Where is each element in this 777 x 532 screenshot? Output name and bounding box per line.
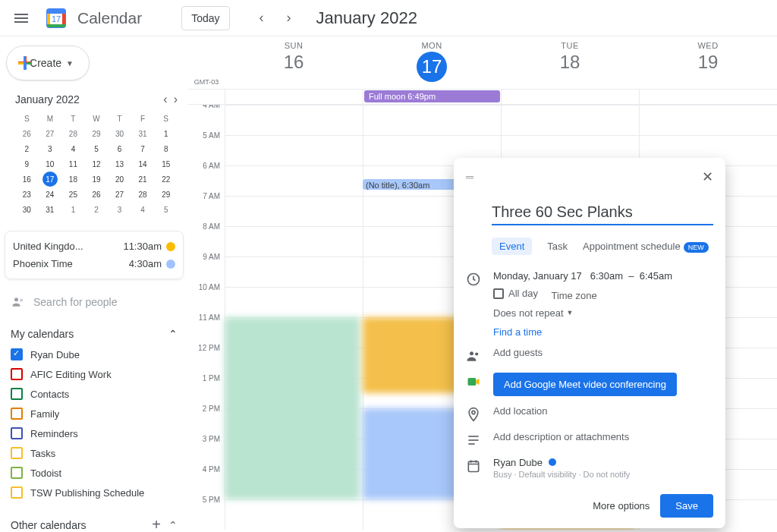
mini-day-cell[interactable]: 30 bbox=[108, 126, 131, 141]
calendar-checkbox[interactable] bbox=[11, 427, 23, 439]
calendar-checkbox[interactable] bbox=[11, 486, 23, 499]
day-column-header[interactable]: WED19 bbox=[639, 36, 777, 89]
mini-day-cell[interactable]: 4 bbox=[131, 202, 155, 217]
repeat-dropdown[interactable]: Does not repeat ▼ bbox=[493, 307, 713, 319]
add-guests-field[interactable]: Add guests bbox=[493, 347, 713, 358]
event-title-input[interactable] bbox=[492, 200, 713, 225]
mini-day-cell[interactable]: 29 bbox=[154, 187, 178, 202]
mini-day-cell[interactable]: 1 bbox=[154, 126, 178, 141]
mini-day-header: S bbox=[154, 111, 178, 126]
mini-prev-button[interactable]: ‹ bbox=[163, 93, 167, 106]
tab-event[interactable]: Event bbox=[492, 238, 532, 255]
mini-day-cell[interactable]: 23 bbox=[15, 187, 39, 202]
organizer-info[interactable]: Ryan Dube Busy · Default visibility · Do… bbox=[493, 457, 713, 479]
mini-next-button[interactable]: › bbox=[174, 93, 178, 106]
calendar-list-item[interactable]: Tasks bbox=[11, 443, 178, 463]
mini-day-cell[interactable]: 6 bbox=[108, 141, 131, 156]
calendar-list-item[interactable]: Contacts bbox=[11, 384, 178, 404]
other-calendars-row[interactable]: Other calendars + ⌃ bbox=[0, 508, 188, 532]
mini-day-cell[interactable]: 19 bbox=[85, 172, 109, 187]
calendar-list-item[interactable]: AFIC Editing Work bbox=[11, 364, 178, 384]
mini-day-cell[interactable]: 4 bbox=[61, 141, 85, 156]
calendar-checkbox[interactable] bbox=[11, 447, 23, 459]
mini-day-cell[interactable]: 29 bbox=[85, 126, 109, 141]
add-location-field[interactable]: Add location bbox=[493, 405, 713, 417]
close-button[interactable]: ✕ bbox=[697, 165, 718, 188]
mini-day-cell[interactable]: 8 bbox=[154, 141, 178, 156]
add-meet-button[interactable]: Add Google Meet video conferencing bbox=[493, 373, 677, 396]
calendar-event[interactable] bbox=[225, 317, 360, 499]
calendar-list-item[interactable]: Family bbox=[11, 404, 178, 423]
mini-day-cell[interactable]: 3 bbox=[108, 202, 131, 217]
add-description-field[interactable]: Add description or attachments bbox=[493, 431, 713, 442]
save-button[interactable]: Save bbox=[660, 494, 713, 518]
mini-day-cell[interactable]: 3 bbox=[39, 141, 62, 156]
mini-day-cell[interactable]: 14 bbox=[131, 156, 155, 172]
mini-day-cell[interactable]: 21 bbox=[131, 172, 155, 187]
calendar-checkbox[interactable] bbox=[11, 348, 23, 360]
mini-day-cell[interactable]: 28 bbox=[131, 187, 155, 202]
find-time-link[interactable]: Find a time bbox=[493, 326, 713, 338]
mini-day-cell[interactable]: 16 bbox=[15, 172, 39, 187]
mini-day-cell[interactable]: 30 bbox=[15, 202, 39, 217]
today-button[interactable]: Today bbox=[181, 6, 229, 30]
calendar-checkbox[interactable] bbox=[11, 467, 23, 479]
drag-handle-icon[interactable]: ═ bbox=[466, 171, 475, 183]
calendar-list-item[interactable]: Todoist bbox=[11, 463, 178, 483]
day-column-header[interactable]: MON17 bbox=[363, 36, 501, 89]
mini-day-cell[interactable]: 27 bbox=[108, 187, 131, 202]
calendar-list-item[interactable]: TSW Publishing Schedule bbox=[11, 483, 178, 502]
mini-day-cell[interactable]: 25 bbox=[61, 187, 85, 202]
chevron-up-icon[interactable]: ⌃ bbox=[168, 519, 178, 531]
mini-day-cell[interactable]: 26 bbox=[85, 187, 109, 202]
mini-day-cell[interactable]: 22 bbox=[154, 172, 178, 187]
mini-day-cell[interactable]: 12 bbox=[85, 156, 109, 172]
allday-event[interactable]: Full moon 6:49pm bbox=[364, 90, 500, 102]
mini-day-cell[interactable]: 27 bbox=[39, 126, 62, 141]
calendar-checkbox[interactable] bbox=[11, 368, 23, 380]
hour-label: 4 PM bbox=[203, 465, 220, 474]
calendar-checkbox[interactable] bbox=[11, 408, 23, 420]
search-people[interactable]: Search for people bbox=[0, 287, 188, 317]
mini-day-cell[interactable]: 5 bbox=[85, 141, 109, 156]
mini-day-cell[interactable]: 10 bbox=[39, 156, 62, 172]
mini-day-cell[interactable]: 31 bbox=[39, 202, 62, 217]
mini-day-cell[interactable]: 24 bbox=[39, 187, 62, 202]
allday-cell[interactable]: Full moon 6:49pm bbox=[363, 90, 501, 104]
mini-day-cell[interactable]: 31 bbox=[131, 126, 155, 141]
mini-day-cell[interactable]: 26 bbox=[15, 126, 39, 141]
mini-day-cell[interactable]: 13 bbox=[108, 156, 131, 172]
timezone-link[interactable]: Time zone bbox=[551, 290, 596, 301]
calendar-list-item[interactable]: Ryan Dube bbox=[11, 345, 178, 364]
mini-day-cell[interactable]: 9 bbox=[15, 156, 39, 172]
mini-day-cell[interactable]: 5 bbox=[154, 202, 178, 217]
main-menu-button[interactable] bbox=[6, 3, 36, 33]
my-calendars-toggle[interactable]: My calendars ⌃ bbox=[11, 323, 178, 345]
add-calendar-icon[interactable]: + bbox=[152, 516, 161, 532]
allday-cell[interactable] bbox=[501, 90, 639, 104]
tab-task[interactable]: Task bbox=[547, 241, 568, 252]
allday-cell[interactable] bbox=[225, 90, 363, 104]
mini-day-cell[interactable]: 17 bbox=[39, 172, 62, 187]
mini-day-cell[interactable]: 20 bbox=[108, 172, 131, 187]
mini-day-cell[interactable]: 15 bbox=[154, 156, 178, 172]
all-day-checkbox[interactable]: All day bbox=[493, 288, 538, 299]
mini-day-cell[interactable]: 11 bbox=[61, 156, 85, 172]
day-column-header[interactable]: TUE18 bbox=[501, 36, 639, 89]
allday-cell[interactable] bbox=[639, 90, 777, 104]
prev-period-button[interactable]: ‹ bbox=[250, 6, 274, 30]
next-period-button[interactable]: › bbox=[277, 6, 301, 30]
mini-day-cell[interactable]: 18 bbox=[61, 172, 85, 187]
mini-day-cell[interactable]: 7 bbox=[131, 141, 155, 156]
event-datetime[interactable]: Monday, January 17 6:30am – 6:45am bbox=[493, 270, 713, 282]
day-column-header[interactable]: SUN16 bbox=[225, 36, 363, 89]
tab-appointment[interactable]: Appointment scheduleNEW bbox=[583, 241, 709, 252]
mini-day-cell[interactable]: 2 bbox=[85, 202, 109, 217]
more-options-button[interactable]: More options bbox=[593, 500, 650, 512]
calendar-checkbox[interactable] bbox=[11, 388, 23, 400]
calendar-list-item[interactable]: Reminders bbox=[11, 423, 178, 443]
mini-day-cell[interactable]: 1 bbox=[61, 202, 85, 217]
create-button[interactable]: Create ▼ bbox=[6, 46, 90, 80]
mini-day-cell[interactable]: 28 bbox=[61, 126, 85, 141]
mini-day-cell[interactable]: 2 bbox=[15, 141, 39, 156]
